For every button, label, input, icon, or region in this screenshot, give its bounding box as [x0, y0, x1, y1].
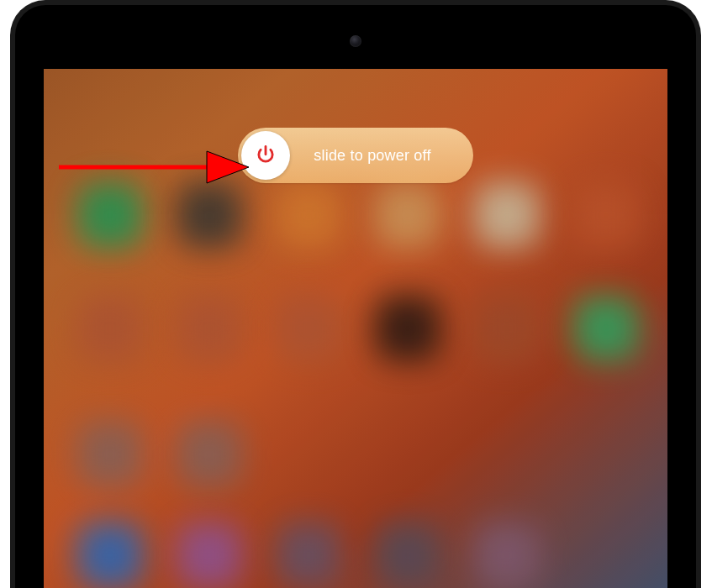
screen: slide to power off [44, 69, 667, 588]
front-camera [350, 35, 361, 47]
tablet-frame: slide to power off [10, 0, 701, 588]
power-slider-knob[interactable] [241, 131, 290, 180]
power-slider-label: slide to power off [290, 147, 470, 165]
power-icon [254, 144, 277, 167]
power-off-slider[interactable]: slide to power off [238, 128, 473, 183]
